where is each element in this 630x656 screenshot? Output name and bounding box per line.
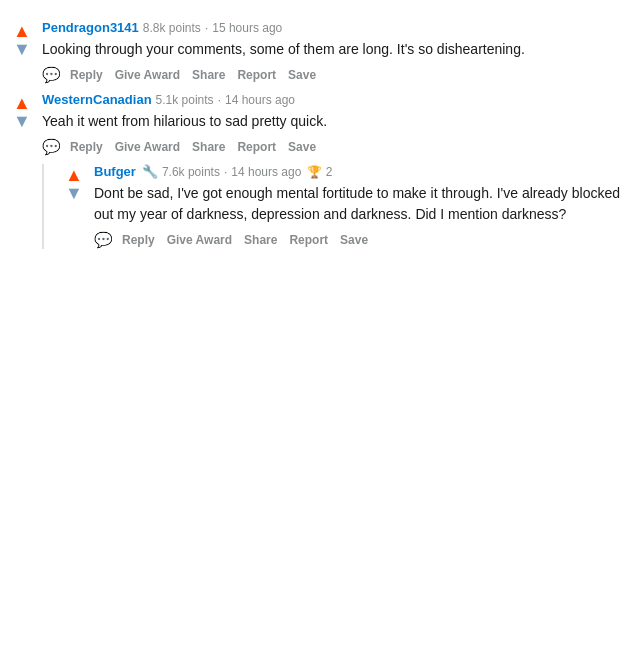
save-button[interactable]: Save [283,138,321,156]
downvote-button[interactable]: ▼ [13,112,31,130]
save-button[interactable]: Save [335,231,373,249]
comment-header: WesternCanadian5.1k points · 14 hours ag… [42,92,622,107]
give-award-button[interactable]: Give Award [162,231,237,249]
comment-body: Bufger🔧7.6k points · 14 hours ago 🏆 2Don… [88,164,622,249]
comment-icon: 💬 [94,231,113,249]
timestamp: 14 hours ago [231,165,301,179]
upvote-button[interactable]: ▲ [13,94,31,112]
action-bar: 💬ReplyGive AwardShareReportSave [94,231,622,249]
reply-button[interactable]: Reply [65,138,108,156]
reply-button[interactable]: Reply [117,231,160,249]
upvote-button[interactable]: ▲ [65,166,83,184]
vote-column: ▲▼ [60,164,88,249]
separator: · [224,165,227,179]
award-badge: 🏆 2 [307,165,332,179]
action-bar: 💬ReplyGive AwardShareReportSave [42,66,622,84]
comment-body: WesternCanadian5.1k points · 14 hours ag… [36,92,622,257]
comment: ▲▼Pendragon31418.8k points · 15 hours ag… [8,20,622,84]
report-button[interactable]: Report [232,138,281,156]
comment-body: Pendragon31418.8k points · 15 hours agoL… [36,20,622,84]
separator: · [205,21,208,35]
downvote-button[interactable]: ▼ [13,40,31,58]
downvote-button[interactable]: ▼ [65,184,83,202]
points: 7.6k points [162,165,220,179]
share-button[interactable]: Share [187,138,230,156]
comment-text: Dont be sad, I've got enough mental fort… [94,183,622,225]
comment-thread: ▲▼Pendragon31418.8k points · 15 hours ag… [8,12,622,273]
vote-column: ▲▼ [8,20,36,84]
give-award-button[interactable]: Give Award [110,66,185,84]
points: 5.1k points [156,93,214,107]
share-button[interactable]: Share [187,66,230,84]
comment: ▲▼WesternCanadian5.1k points · 14 hours … [8,92,622,257]
timestamp: 15 hours ago [212,21,282,35]
username[interactable]: Bufger [94,164,136,179]
username[interactable]: Pendragon3141 [42,20,139,35]
reply-container: ▲▼Bufger🔧7.6k points · 14 hours ago 🏆 2D… [42,164,622,249]
report-button[interactable]: Report [284,231,333,249]
points: 8.8k points [143,21,201,35]
timestamp: 14 hours ago [225,93,295,107]
vote-column: ▲▼ [8,92,36,257]
save-button[interactable]: Save [283,66,321,84]
report-button[interactable]: Report [232,66,281,84]
tool-icon: 🔧 [142,164,158,179]
reply-button[interactable]: Reply [65,66,108,84]
give-award-button[interactable]: Give Award [110,138,185,156]
comment-icon: 💬 [42,66,61,84]
comment-text: Yeah it went from hilarious to sad prett… [42,111,622,132]
upvote-button[interactable]: ▲ [13,22,31,40]
action-bar: 💬ReplyGive AwardShareReportSave [42,138,622,156]
comment-text: Looking through your comments, some of t… [42,39,622,60]
username[interactable]: WesternCanadian [42,92,152,107]
separator: · [218,93,221,107]
comment-header: Pendragon31418.8k points · 15 hours ago [42,20,622,35]
comment: ▲▼Bufger🔧7.6k points · 14 hours ago 🏆 2D… [60,164,622,249]
comment-icon: 💬 [42,138,61,156]
comment-header: Bufger🔧7.6k points · 14 hours ago 🏆 2 [94,164,622,179]
share-button[interactable]: Share [239,231,282,249]
